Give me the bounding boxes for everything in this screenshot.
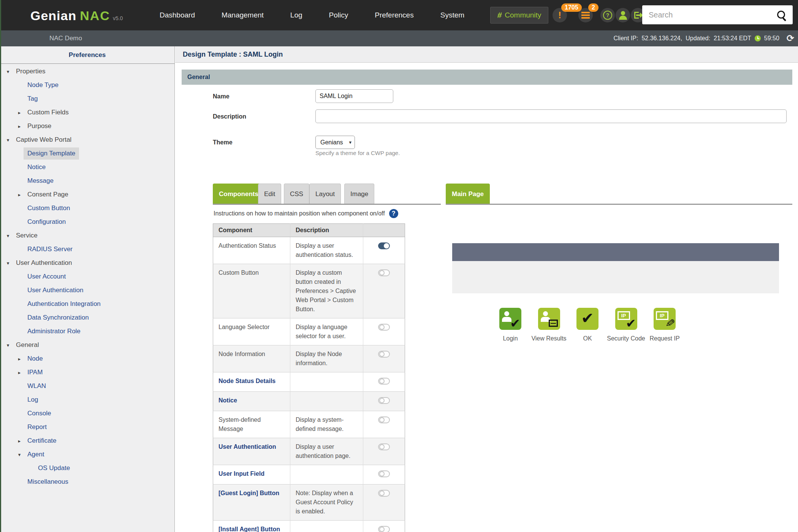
toggle-user-input-field[interactable] xyxy=(378,470,390,477)
user-form-icon[interactable] xyxy=(538,308,560,330)
sidebar-item-ipam[interactable]: ▸IPAM xyxy=(0,366,174,379)
nav-menu-preferences[interactable]: Preferences xyxy=(375,11,413,19)
sidebar-item-general[interactable]: ▾General xyxy=(0,338,174,352)
sidebar-item-design-template[interactable]: Design Template xyxy=(0,147,174,160)
expand-arrow-icon[interactable]: ▸ xyxy=(17,438,22,444)
sidebar-item-label: User Authentication xyxy=(16,259,72,267)
component-name[interactable]: User Authentication xyxy=(218,443,276,450)
sidebar-item-report[interactable]: Report xyxy=(0,420,174,434)
sidebar-item-label: Service xyxy=(16,232,38,239)
component-toggle-cell xyxy=(363,345,405,372)
account-button[interactable] xyxy=(616,8,630,22)
toggle-node-status-details[interactable] xyxy=(378,378,390,385)
collapse-arrow-icon[interactable]: ▾ xyxy=(5,260,11,266)
sidebar-item-miscellaneous[interactable]: Miscellaneous xyxy=(0,475,174,489)
toggle-knob xyxy=(379,444,385,450)
ip-check-icon[interactable]: IP✔ xyxy=(615,308,637,330)
nav-menu-system[interactable]: System xyxy=(440,11,464,19)
sidebar-item-custom-button[interactable]: Custom Button xyxy=(0,201,174,215)
toggle-language-selector[interactable] xyxy=(378,324,390,331)
app-logo[interactable]: Genian NAC v5.0 xyxy=(30,0,123,30)
toggle-notice[interactable] xyxy=(378,397,390,404)
tab-main-page[interactable]: Main Page xyxy=(446,184,490,204)
sidebar-item-administrator-role[interactable]: Administrator Role xyxy=(0,325,174,338)
check-icon[interactable]: ✔ xyxy=(576,308,598,330)
nav-menu-log[interactable]: Log xyxy=(290,11,302,19)
collapse-arrow-icon[interactable]: ▾ xyxy=(5,137,11,143)
expand-arrow-icon[interactable]: ▸ xyxy=(17,192,22,198)
sidebar-item-configuration[interactable]: Configuration xyxy=(0,215,174,229)
collapse-arrow-icon[interactable]: ▾ xyxy=(17,452,22,458)
sidebar-item-authentication-integration[interactable]: Authentication Integration xyxy=(0,297,174,311)
sidebar-item-os-update[interactable]: OS Update xyxy=(0,461,174,475)
sidebar-item-custom-fields[interactable]: ▸Custom Fields xyxy=(0,106,174,119)
toggle-user-authentication[interactable] xyxy=(378,443,390,450)
sidebar-item-user-authentication[interactable]: ▾User Authentication xyxy=(0,256,174,270)
toggle-authentication-status[interactable] xyxy=(378,242,390,249)
community-button[interactable]: # Community xyxy=(490,7,548,24)
alert-count-badge[interactable]: 1705 xyxy=(561,3,582,12)
help-icon: ? xyxy=(603,11,612,20)
sidebar-item-console[interactable]: Console xyxy=(0,407,174,420)
component-name[interactable]: [Install Agent] Button xyxy=(218,526,280,532)
component-toggle-cell xyxy=(363,411,405,438)
help-button[interactable]: ? xyxy=(600,8,615,22)
sidebar-item-consent-page[interactable]: ▸Consent Page xyxy=(0,188,174,201)
task-count-badge[interactable]: 2 xyxy=(588,3,598,12)
collapse-arrow-icon[interactable]: ▾ xyxy=(5,342,11,348)
collapse-arrow-icon[interactable]: ▾ xyxy=(5,233,11,239)
sidebar-item-log[interactable]: Log xyxy=(0,393,174,407)
tab-components[interactable]: Components xyxy=(213,184,264,204)
search-icon[interactable] xyxy=(777,11,785,19)
sidebar-item-notice[interactable]: Notice xyxy=(0,160,174,174)
tab-edit[interactable]: Edit xyxy=(258,184,281,204)
toggle-install-agent-button[interactable] xyxy=(378,526,390,532)
sidebar-item-node-type[interactable]: Node Type xyxy=(0,78,174,92)
sidebar-item-agent[interactable]: ▾Agent xyxy=(0,448,174,461)
nav-menu-dashboard[interactable]: Dashboard xyxy=(160,11,195,19)
toggle-guest-login-button[interactable] xyxy=(378,490,390,497)
sidebar-item-wlan[interactable]: WLAN xyxy=(0,379,174,393)
tab-layout[interactable]: Layout xyxy=(309,184,341,204)
sidebar-item-properties[interactable]: ▾Properties xyxy=(0,65,174,78)
component-name[interactable]: Notice xyxy=(218,397,237,404)
expand-arrow-icon[interactable]: ▸ xyxy=(17,124,22,129)
sidebar-item-purpose[interactable]: ▸Purpose xyxy=(0,119,174,133)
component-name[interactable]: Node Status Details xyxy=(218,378,276,384)
refresh-icon[interactable]: ⟳ xyxy=(787,33,794,44)
name-field[interactable] xyxy=(315,89,393,103)
toggle-custom-button[interactable] xyxy=(378,269,390,276)
description-field[interactable] xyxy=(315,109,787,123)
sidebar-title: Preferences xyxy=(0,46,174,64)
nav-menu-policy[interactable]: Policy xyxy=(329,11,348,19)
component-name[interactable]: [Guest Login] Button xyxy=(218,490,279,496)
expand-arrow-icon[interactable]: ▸ xyxy=(17,356,22,362)
ip-edit-icon[interactable]: IP✎ xyxy=(654,308,676,330)
sidebar-item-service[interactable]: ▾Service xyxy=(0,229,174,242)
preview-button-ok: ✔OK xyxy=(576,308,598,330)
sidebar-item-captive-web-portal[interactable]: ▾Captive Web Portal xyxy=(0,133,174,147)
collapse-arrow-icon[interactable]: ▾ xyxy=(5,69,11,74)
expand-arrow-icon[interactable]: ▸ xyxy=(17,110,22,116)
component-name: Language Selector xyxy=(218,324,269,330)
toggle-node-information[interactable] xyxy=(378,351,390,358)
tab-image[interactable]: Image xyxy=(344,184,374,204)
theme-select[interactable]: Genians ▾ xyxy=(315,136,355,149)
toggle-system-defined-message[interactable] xyxy=(378,416,390,423)
sidebar-item-message[interactable]: Message xyxy=(0,174,174,188)
search-input[interactable] xyxy=(642,5,774,24)
component-name: Node Information xyxy=(218,351,265,357)
user-check-icon[interactable]: ✔ xyxy=(499,308,521,330)
sidebar-item-certificate[interactable]: ▸Certificate xyxy=(0,434,174,448)
nav-menu-management[interactable]: Management xyxy=(222,11,264,19)
help-question-icon[interactable]: ? xyxy=(389,209,398,218)
sidebar-item-user-account[interactable]: User Account xyxy=(0,270,174,283)
sidebar-item-tag[interactable]: Tag xyxy=(0,92,174,106)
component-name[interactable]: User Input Field xyxy=(218,470,264,477)
tab-css[interactable]: CSS xyxy=(284,184,309,204)
expand-arrow-icon[interactable]: ▸ xyxy=(17,370,22,375)
sidebar-item-user-authentication[interactable]: User Authentication xyxy=(0,283,174,297)
sidebar-item-data-synchronization[interactable]: Data Synchronization xyxy=(0,311,174,325)
sidebar-item-node[interactable]: ▸Node xyxy=(0,352,174,366)
sidebar-item-radius-server[interactable]: RADIUS Server xyxy=(0,242,174,256)
